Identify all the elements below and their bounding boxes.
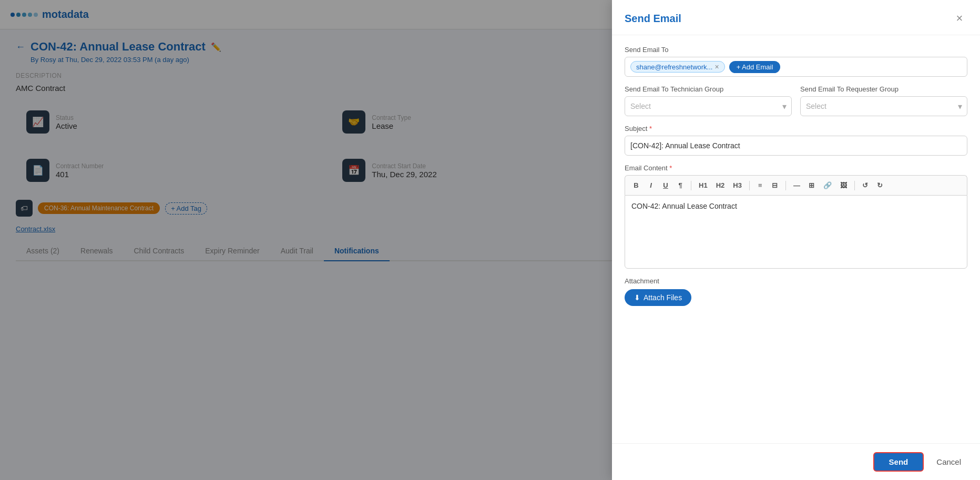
toolbar-image[interactable]: 🖼 [838, 180, 850, 191]
toolbar-redo[interactable]: ↻ [874, 180, 886, 191]
send-email-modal: Send Email × Send Email To shane@refresh… [612, 0, 980, 480]
toolbar-undo[interactable]: ↺ [860, 180, 871, 191]
toolbar-divider-1 [691, 181, 691, 190]
subject-input[interactable] [625, 136, 967, 156]
technician-group-select-wrapper: Select [625, 96, 792, 116]
toolbar-bullet-list[interactable]: ≡ [754, 180, 766, 191]
attach-icon: ⬇ [634, 293, 640, 302]
email-to-field[interactable]: shane@refreshnetwork... × + Add Email [625, 57, 967, 77]
modal-footer: Send Cancel [612, 443, 980, 480]
toolbar-underline[interactable]: U [660, 180, 671, 191]
toolbar-divider-4 [854, 181, 855, 190]
send-email-to-label: Send Email To [625, 46, 967, 54]
requester-group-label: Send Email To Requester Group [800, 85, 967, 93]
toolbar-h1[interactable]: H1 [696, 180, 710, 191]
cancel-button[interactable]: Cancel [930, 453, 967, 471]
toolbar-ordered-list[interactable]: ⊟ [769, 180, 781, 191]
subject-label: Subject * [625, 125, 967, 132]
email-tag: shane@refreshnetwork... × [630, 61, 725, 73]
attachment-label: Attachment [625, 277, 967, 285]
add-email-button[interactable]: + Add Email [729, 61, 781, 73]
requester-group-select[interactable]: Select [800, 96, 967, 116]
close-modal-button[interactable]: × [952, 11, 967, 26]
email-content-editor[interactable]: CON-42: Annual Lease Contract [625, 195, 967, 269]
email-content-group: Email Content * B I U ¶ H1 H2 H3 ≡ ⊟ — ⊞… [625, 164, 967, 269]
modal-body: Send Email To shane@refreshnetwork... × … [612, 35, 980, 443]
toolbar-h3[interactable]: H3 [730, 180, 744, 191]
editor-toolbar: B I U ¶ H1 H2 H3 ≡ ⊟ — ⊞ 🔗 🖼 ↺ ↻ [625, 175, 967, 195]
toolbar-link[interactable]: 🔗 [821, 180, 834, 191]
email-tag-remove-icon[interactable]: × [714, 63, 719, 71]
requester-group-select-wrapper: Select [800, 96, 967, 116]
toolbar-italic[interactable]: I [645, 180, 657, 191]
toolbar-divider-2 [749, 181, 750, 190]
email-tag-text: shane@refreshnetwork... [636, 63, 712, 71]
group-selects-row: Send Email To Technician Group Select Se… [625, 85, 967, 125]
modal-title: Send Email [625, 13, 681, 25]
attach-files-button[interactable]: ⬇ Attach Files [625, 289, 691, 306]
modal-header: Send Email × [612, 0, 980, 35]
toolbar-divider-3 [785, 181, 786, 190]
send-email-to-group: Send Email To shane@refreshnetwork... × … [625, 46, 967, 77]
technician-group-label: Send Email To Technician Group [625, 85, 792, 93]
technician-group-select[interactable]: Select [625, 96, 792, 116]
requester-group-group: Send Email To Requester Group Select [800, 85, 967, 116]
attachment-group: Attachment ⬇ Attach Files [625, 277, 967, 306]
toolbar-bold[interactable]: B [630, 180, 642, 191]
toolbar-table[interactable]: ⊞ [806, 180, 818, 191]
toolbar-hr[interactable]: — [791, 180, 803, 191]
subject-group: Subject * [625, 125, 967, 156]
toolbar-h2[interactable]: H2 [713, 180, 728, 191]
technician-group-group: Send Email To Technician Group Select [625, 85, 792, 116]
email-content-label: Email Content * [625, 164, 967, 172]
toolbar-paragraph[interactable]: ¶ [675, 180, 686, 191]
send-button[interactable]: Send [873, 452, 924, 472]
